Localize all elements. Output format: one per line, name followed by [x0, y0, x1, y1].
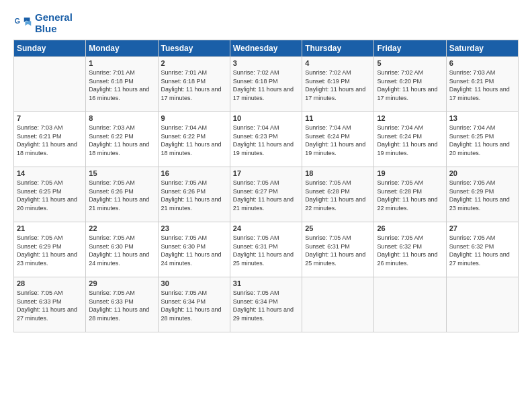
calendar-cell: 22Sunrise: 7:05 AMSunset: 6:30 PMDayligh…	[86, 222, 158, 277]
day-number: 3	[233, 59, 299, 67]
day-info: Sunrise: 7:05 AMSunset: 6:31 PMDaylight:…	[233, 234, 299, 267]
day-info: Sunrise: 7:04 AMSunset: 6:23 PMDaylight:…	[233, 124, 299, 157]
calendar-cell: 17Sunrise: 7:05 AMSunset: 6:27 PMDayligh…	[230, 167, 302, 222]
day-info: Sunrise: 7:05 AMSunset: 6:32 PMDaylight:…	[377, 234, 443, 267]
calendar-cell: 6Sunrise: 7:03 AMSunset: 6:21 PMDaylight…	[446, 57, 518, 112]
day-info: Sunrise: 7:02 AMSunset: 6:18 PMDaylight:…	[233, 68, 299, 102]
day-number: 24	[233, 224, 299, 232]
day-number: 10	[233, 114, 299, 122]
day-info: Sunrise: 7:05 AMSunset: 6:26 PMDaylight:…	[89, 179, 154, 212]
calendar-cell	[446, 277, 518, 332]
day-number: 1	[89, 59, 154, 67]
day-number: 6	[449, 59, 515, 67]
day-number: 22	[89, 224, 154, 232]
day-number: 11	[305, 114, 371, 122]
day-info: Sunrise: 7:05 AMSunset: 6:32 PMDaylight:…	[449, 234, 515, 267]
day-info: Sunrise: 7:05 AMSunset: 6:29 PMDaylight:…	[449, 179, 515, 212]
day-info: Sunrise: 7:05 AMSunset: 6:33 PMDaylight:…	[89, 289, 154, 322]
week-row-5: 28Sunrise: 7:05 AMSunset: 6:33 PMDayligh…	[14, 277, 519, 332]
calendar-cell: 29Sunrise: 7:05 AMSunset: 6:33 PMDayligh…	[86, 277, 158, 332]
calendar-cell: 20Sunrise: 7:05 AMSunset: 6:29 PMDayligh…	[446, 167, 518, 222]
day-info: Sunrise: 7:02 AMSunset: 6:19 PMDaylight:…	[305, 68, 371, 102]
day-number: 13	[449, 114, 515, 122]
day-number: 23	[161, 224, 227, 232]
calendar-cell: 30Sunrise: 7:05 AMSunset: 6:34 PMDayligh…	[158, 277, 230, 332]
calendar-cell: 9Sunrise: 7:04 AMSunset: 6:22 PMDaylight…	[158, 112, 230, 167]
week-row-4: 21Sunrise: 7:05 AMSunset: 6:29 PMDayligh…	[14, 222, 519, 277]
day-number: 26	[377, 224, 443, 232]
day-info: Sunrise: 7:05 AMSunset: 6:30 PMDaylight:…	[89, 234, 154, 267]
day-info: Sunrise: 7:05 AMSunset: 6:28 PMDaylight:…	[377, 179, 443, 212]
day-number: 29	[89, 279, 154, 287]
week-row-1: 1Sunrise: 7:01 AMSunset: 6:18 PMDaylight…	[14, 57, 519, 112]
calendar-cell: 8Sunrise: 7:03 AMSunset: 6:22 PMDaylight…	[86, 112, 158, 167]
calendar-cell: 21Sunrise: 7:05 AMSunset: 6:29 PMDayligh…	[14, 222, 86, 277]
calendar-cell: 2Sunrise: 7:01 AMSunset: 6:18 PMDaylight…	[158, 57, 230, 112]
day-info: Sunrise: 7:04 AMSunset: 6:24 PMDaylight:…	[305, 124, 371, 157]
calendar-cell: 19Sunrise: 7:05 AMSunset: 6:28 PMDayligh…	[374, 167, 446, 222]
calendar-cell: 31Sunrise: 7:05 AMSunset: 6:34 PMDayligh…	[230, 277, 302, 332]
calendar-cell: 14Sunrise: 7:05 AMSunset: 6:25 PMDayligh…	[14, 167, 86, 222]
day-info: Sunrise: 7:05 AMSunset: 6:34 PMDaylight:…	[161, 289, 227, 322]
calendar-cell: 11Sunrise: 7:04 AMSunset: 6:24 PMDayligh…	[302, 112, 374, 167]
day-info: Sunrise: 7:03 AMSunset: 6:22 PMDaylight:…	[89, 124, 154, 157]
calendar-cell	[374, 277, 446, 332]
calendar-cell: 27Sunrise: 7:05 AMSunset: 6:32 PMDayligh…	[446, 222, 518, 277]
day-number: 2	[161, 59, 227, 67]
day-number: 21	[17, 224, 83, 232]
calendar-cell: 15Sunrise: 7:05 AMSunset: 6:26 PMDayligh…	[86, 167, 158, 222]
day-number: 18	[305, 169, 371, 177]
day-info: Sunrise: 7:05 AMSunset: 6:25 PMDaylight:…	[17, 179, 83, 212]
day-info: Sunrise: 7:04 AMSunset: 6:25 PMDaylight:…	[449, 124, 515, 157]
calendar-cell: 5Sunrise: 7:02 AMSunset: 6:20 PMDaylight…	[374, 57, 446, 112]
weekday-header-thursday: Thursday	[302, 40, 374, 57]
weekday-header-saturday: Saturday	[446, 40, 518, 57]
day-info: Sunrise: 7:05 AMSunset: 6:30 PMDaylight:…	[161, 234, 227, 267]
day-number: 28	[17, 279, 83, 287]
day-info: Sunrise: 7:05 AMSunset: 6:28 PMDaylight:…	[305, 179, 371, 212]
calendar-cell: 24Sunrise: 7:05 AMSunset: 6:31 PMDayligh…	[230, 222, 302, 277]
calendar-cell: 13Sunrise: 7:04 AMSunset: 6:25 PMDayligh…	[446, 112, 518, 167]
week-row-3: 14Sunrise: 7:05 AMSunset: 6:25 PMDayligh…	[14, 167, 519, 222]
calendar-cell	[302, 277, 374, 332]
day-number: 31	[233, 279, 299, 287]
calendar-cell: 1Sunrise: 7:01 AMSunset: 6:18 PMDaylight…	[86, 57, 158, 112]
weekday-header-friday: Friday	[374, 40, 446, 57]
day-number: 7	[17, 114, 83, 122]
day-info: Sunrise: 7:03 AMSunset: 6:21 PMDaylight:…	[449, 68, 515, 102]
day-info: Sunrise: 7:05 AMSunset: 6:34 PMDaylight:…	[233, 289, 299, 322]
day-info: Sunrise: 7:01 AMSunset: 6:18 PMDaylight:…	[161, 68, 227, 102]
day-number: 16	[161, 169, 227, 177]
day-info: Sunrise: 7:02 AMSunset: 6:20 PMDaylight:…	[377, 68, 443, 102]
logo-icon: G	[13, 14, 32, 33]
day-info: Sunrise: 7:01 AMSunset: 6:18 PMDaylight:…	[89, 68, 154, 102]
week-row-2: 7Sunrise: 7:03 AMSunset: 6:21 PMDaylight…	[14, 112, 519, 167]
day-number: 27	[449, 224, 515, 232]
calendar-cell: 18Sunrise: 7:05 AMSunset: 6:28 PMDayligh…	[302, 167, 374, 222]
svg-text:G: G	[15, 17, 20, 25]
calendar-cell: 25Sunrise: 7:05 AMSunset: 6:31 PMDayligh…	[302, 222, 374, 277]
day-info: Sunrise: 7:05 AMSunset: 6:31 PMDaylight:…	[305, 234, 371, 267]
calendar-cell	[14, 57, 86, 112]
day-info: Sunrise: 7:03 AMSunset: 6:21 PMDaylight:…	[17, 124, 83, 157]
day-info: Sunrise: 7:05 AMSunset: 6:29 PMDaylight:…	[17, 234, 83, 267]
day-number: 15	[89, 169, 154, 177]
day-number: 25	[305, 224, 371, 232]
logo-text: General Blue	[35, 12, 73, 34]
day-number: 19	[377, 169, 443, 177]
day-info: Sunrise: 7:04 AMSunset: 6:24 PMDaylight:…	[377, 124, 443, 157]
weekday-header-wednesday: Wednesday	[230, 40, 302, 57]
calendar-cell: 10Sunrise: 7:04 AMSunset: 6:23 PMDayligh…	[230, 112, 302, 167]
calendar-cell: 3Sunrise: 7:02 AMSunset: 6:18 PMDaylight…	[230, 57, 302, 112]
calendar-cell: 12Sunrise: 7:04 AMSunset: 6:24 PMDayligh…	[374, 112, 446, 167]
day-info: Sunrise: 7:05 AMSunset: 6:27 PMDaylight:…	[233, 179, 299, 212]
day-number: 9	[161, 114, 227, 122]
logo: G General Blue	[13, 12, 73, 34]
day-number: 17	[233, 169, 299, 177]
header: G General Blue	[13, 12, 519, 34]
calendar-cell: 16Sunrise: 7:05 AMSunset: 6:26 PMDayligh…	[158, 167, 230, 222]
day-info: Sunrise: 7:05 AMSunset: 6:33 PMDaylight:…	[17, 289, 83, 322]
calendar-page: G General Blue SundayMondayTuesdayWednes…	[0, 0, 532, 411]
calendar-cell: 26Sunrise: 7:05 AMSunset: 6:32 PMDayligh…	[374, 222, 446, 277]
day-number: 12	[377, 114, 443, 122]
